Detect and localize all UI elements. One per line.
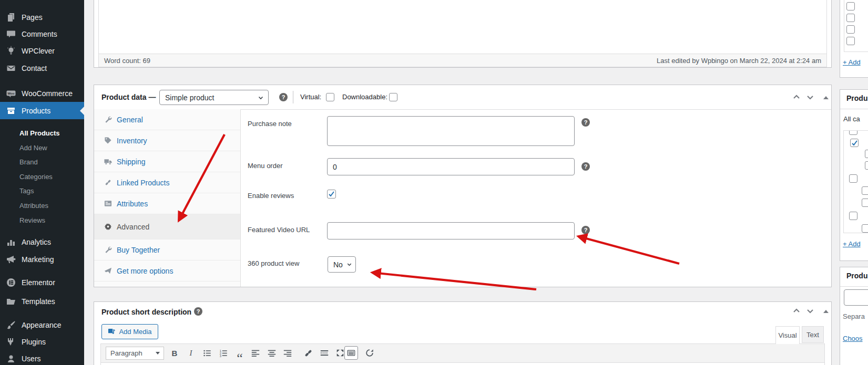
- product-view-360-label: 360 product view: [248, 259, 299, 267]
- sidebar-item-users[interactable]: Users: [0, 350, 84, 365]
- sidebar-sub-reviews[interactable]: Reviews: [0, 213, 84, 227]
- product-view-360-select[interactable]: No: [328, 256, 356, 273]
- enable-reviews-checkbox[interactable]: [327, 190, 336, 199]
- products-icon: [6, 106, 16, 116]
- sidebar-item-wpclever[interactable]: WPClever: [0, 42, 84, 59]
- blockquote-button[interactable]: “: [233, 346, 247, 365]
- category-checkbox[interactable]: [862, 199, 868, 207]
- tab-buy-together[interactable]: Buy Together: [94, 239, 240, 260]
- toolbar-toggle-button[interactable]: [344, 346, 358, 360]
- tags-input[interactable]: [844, 289, 868, 306]
- menu-order-input[interactable]: [327, 158, 575, 175]
- help-icon[interactable]: ?: [581, 162, 590, 171]
- text-tab[interactable]: Text: [802, 326, 824, 343]
- choose-tags-link[interactable]: Choos: [843, 335, 863, 342]
- sidebar-item-media[interactable]: Media: [0, 0, 84, 4]
- help-icon[interactable]: ?: [279, 93, 288, 101]
- sidebar-item-templates[interactable]: Templates: [0, 293, 84, 310]
- align-left-icon: [251, 348, 260, 358]
- category-checkbox[interactable]: [862, 186, 868, 195]
- featured-video-url-input[interactable]: [327, 222, 575, 239]
- visual-tab[interactable]: Visual: [775, 326, 800, 344]
- sidebar-item-products[interactable]: Products: [0, 102, 84, 119]
- move-down-button[interactable]: [805, 92, 815, 102]
- sidebar-item-label: Templates: [22, 297, 55, 306]
- help-icon[interactable]: ?: [194, 307, 202, 316]
- numbered-list-icon: 123: [219, 348, 228, 358]
- toggle-panel-button[interactable]: [821, 92, 831, 103]
- sidebar-item-appearance[interactable]: Appearance: [0, 316, 84, 333]
- sidebar-item-pages[interactable]: Pages: [0, 8, 84, 26]
- align-center-button[interactable]: [265, 346, 279, 360]
- sidebar-item-woocommerce[interactable]: Woo WooCommerce: [0, 85, 84, 102]
- term-checkbox[interactable]: [846, 2, 855, 11]
- category-checkbox-checked[interactable]: [850, 139, 859, 147]
- sidebar-item-plugins[interactable]: Plugins: [0, 333, 84, 350]
- featured-video-url-label: Featured Video URL: [248, 226, 310, 234]
- term-checkbox[interactable]: [846, 25, 855, 34]
- plugin-icon: [6, 337, 16, 347]
- category-checkbox[interactable]: [865, 161, 868, 170]
- sidebar-sub-add-new[interactable]: Add New: [0, 140, 84, 155]
- downloadable-checkbox[interactable]: [389, 93, 397, 101]
- sidebar-item-analytics[interactable]: Analytics: [0, 233, 84, 251]
- category-list-box[interactable]: [843, 130, 868, 233]
- product-view-360-value: No: [333, 260, 343, 269]
- move-up-button[interactable]: [791, 306, 802, 316]
- help-icon[interactable]: ?: [581, 118, 590, 127]
- purchase-note-label: Purchase note: [248, 120, 292, 128]
- numbered-list-button[interactable]: 123: [217, 346, 230, 360]
- sidebar-item-contact[interactable]: Contact: [0, 59, 84, 77]
- align-right-button[interactable]: [281, 346, 294, 360]
- sidebar-item-elementor[interactable]: Elementor: [0, 274, 84, 291]
- virtual-checkbox[interactable]: [326, 93, 334, 101]
- bullet-list-button[interactable]: [200, 346, 214, 360]
- tab-advanced[interactable]: Advanced: [94, 214, 240, 239]
- category-checkbox[interactable]: [865, 150, 868, 158]
- add-link[interactable]: + Add: [843, 240, 861, 248]
- sidebar-item-label: Users: [22, 354, 41, 363]
- submenu-label: Reviews: [19, 216, 45, 224]
- purchase-note-textarea[interactable]: [327, 116, 575, 146]
- add-media-button[interactable]: Add Media: [101, 324, 158, 339]
- sidebar-sub-all-products[interactable]: All Products: [0, 126, 84, 140]
- tab-label: Shipping: [117, 158, 146, 166]
- tab-get-more-options[interactable]: Get more options: [94, 260, 240, 281]
- all-categories-tab[interactable]: All ca: [843, 115, 860, 123]
- category-checkbox[interactable]: [849, 212, 857, 220]
- tab-attributes[interactable]: Attributes: [94, 193, 240, 214]
- sidebar-item-label: Analytics: [22, 238, 51, 246]
- move-down-button[interactable]: [805, 306, 815, 316]
- add-link[interactable]: + Add: [843, 58, 861, 66]
- move-up-button[interactable]: [791, 92, 802, 102]
- sidebar-sub-brand[interactable]: Brand: [0, 154, 84, 169]
- insert-link-button[interactable]: [301, 346, 315, 360]
- bold-button[interactable]: B: [168, 346, 181, 360]
- tab-general[interactable]: General: [94, 109, 240, 130]
- help-icon[interactable]: ?: [581, 226, 590, 234]
- paragraph-select[interactable]: Paragraph: [106, 347, 164, 360]
- sidebar-sub-attributes[interactable]: Attributes: [0, 198, 84, 213]
- right-panel-tags: Produ Separa Choos: [840, 267, 868, 365]
- attributes-card-icon: [104, 200, 112, 207]
- tab-inventory[interactable]: Inventory: [94, 130, 240, 151]
- product-type-select[interactable]: Simple product: [159, 90, 269, 105]
- tab-linked-products[interactable]: Linked Products: [94, 172, 240, 193]
- sidebar-sub-tags[interactable]: Tags: [0, 183, 84, 198]
- sidebar-item-marketing[interactable]: Marketing: [0, 251, 84, 268]
- term-checkbox[interactable]: [846, 37, 855, 45]
- category-checkbox[interactable]: [849, 174, 857, 183]
- term-checkbox[interactable]: [846, 14, 855, 22]
- italic-button[interactable]: I: [184, 346, 198, 360]
- sidebar-item-comments[interactable]: Comments: [0, 25, 84, 43]
- refresh-button[interactable]: [363, 346, 376, 360]
- align-left-button[interactable]: [249, 346, 262, 360]
- editor-container: Paragraph B I 123 “: [100, 343, 825, 365]
- toggle-panel-button[interactable]: [821, 306, 831, 317]
- editor-content-area[interactable]: [98, 0, 827, 54]
- category-checkbox[interactable]: [862, 224, 868, 233]
- category-checkbox[interactable]: [849, 130, 857, 135]
- more-tag-button[interactable]: [318, 346, 331, 360]
- sidebar-sub-categories[interactable]: Categories: [0, 169, 84, 184]
- tab-shipping[interactable]: Shipping: [94, 151, 240, 172]
